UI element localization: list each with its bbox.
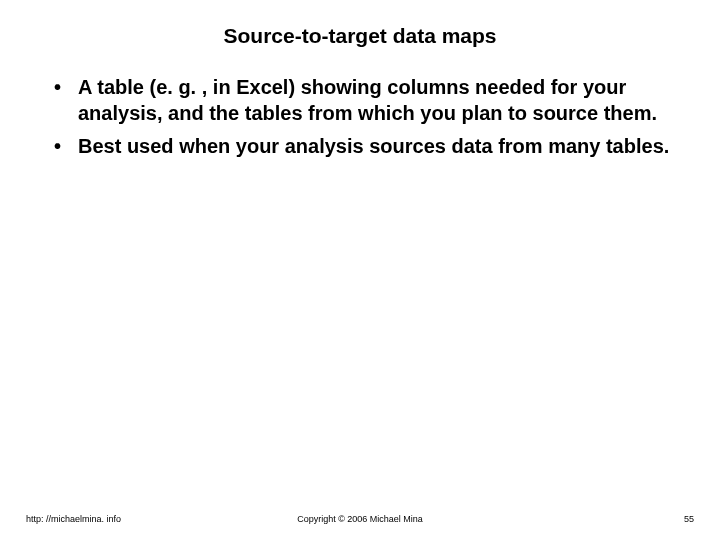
bullet-list: A table (e. g. , in Excel) showing colum… bbox=[40, 74, 680, 159]
page-number: 55 bbox=[684, 514, 694, 524]
footer-copyright: Copyright © 2006 Michael Mina bbox=[0, 514, 720, 524]
slide: Source-to-target data maps A table (e. g… bbox=[0, 0, 720, 540]
page-title: Source-to-target data maps bbox=[40, 24, 680, 48]
list-item: Best used when your analysis sources dat… bbox=[40, 133, 680, 159]
footer: http: //michaelmina. info Copyright © 20… bbox=[0, 514, 720, 524]
list-item: A table (e. g. , in Excel) showing colum… bbox=[40, 74, 680, 127]
